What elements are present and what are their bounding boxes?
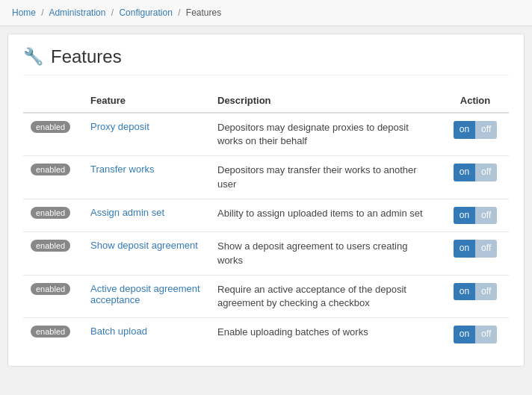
feature-cell-0: Proxy deposit bbox=[83, 113, 210, 156]
breadcrumb-current: Features bbox=[186, 7, 221, 18]
table-row: enabled Show deposit agreement Show a de… bbox=[23, 232, 509, 275]
feature-name-5: Batch upload bbox=[90, 326, 147, 337]
feature-cell-4: Active deposit agreement acceptance bbox=[83, 275, 210, 317]
breadcrumb-sep-2: / bbox=[111, 7, 114, 18]
toggle-off-button-0[interactable]: off bbox=[475, 121, 497, 139]
status-badge-3: enabled bbox=[31, 240, 70, 252]
toggle-group-4: on off bbox=[449, 283, 501, 301]
breadcrumb-sep-3: / bbox=[178, 7, 180, 18]
status-badge-4: enabled bbox=[31, 283, 70, 295]
col-header-description: Description bbox=[210, 89, 442, 113]
action-cell-2: on off bbox=[442, 199, 509, 232]
description-text-4: Require an active acceptance of the depo… bbox=[217, 284, 406, 308]
description-text-5: Enable uploading batches of works bbox=[217, 326, 368, 338]
toggle-on-button-4[interactable]: on bbox=[454, 283, 475, 301]
page-header: 🔧 Features bbox=[23, 46, 509, 75]
col-header-action: Action bbox=[442, 89, 509, 113]
action-cell-1: on off bbox=[442, 156, 509, 199]
feature-name-2: Assign admin set bbox=[90, 207, 164, 218]
description-cell-1: Depositors may transfer their works to a… bbox=[210, 156, 442, 199]
description-cell-3: Show a deposit agreement to users creati… bbox=[210, 232, 442, 275]
table-row: enabled Batch upload Enable uploading ba… bbox=[23, 318, 509, 351]
toggle-on-button-5[interactable]: on bbox=[454, 326, 475, 343]
toggle-on-button-2[interactable]: on bbox=[454, 207, 475, 225]
toggle-group-3: on off bbox=[449, 240, 501, 258]
status-cell-4: enabled bbox=[23, 275, 83, 317]
toggle-on-button-3[interactable]: on bbox=[454, 240, 475, 258]
feature-cell-3: Show deposit agreement bbox=[83, 232, 210, 275]
toggle-off-button-2[interactable]: off bbox=[475, 207, 497, 225]
feature-cell-2: Assign admin set bbox=[83, 199, 210, 232]
description-cell-5: Enable uploading batches of works bbox=[210, 318, 442, 351]
status-cell-2: enabled bbox=[23, 199, 83, 232]
description-text-0: Depositors may designate proxies to depo… bbox=[217, 122, 409, 146]
description-cell-2: Ability to assign uploaded items to an a… bbox=[210, 199, 442, 232]
status-badge-2: enabled bbox=[31, 207, 70, 219]
toggle-off-button-3[interactable]: off bbox=[475, 240, 497, 258]
feature-name-1: Transfer works bbox=[90, 164, 154, 175]
breadcrumb-sep-1: / bbox=[41, 7, 43, 18]
status-badge-5: enabled bbox=[31, 326, 70, 338]
breadcrumb: Home / Administration / Configuration / … bbox=[0, 0, 532, 26]
toggle-off-button-5[interactable]: off bbox=[475, 326, 497, 343]
status-badge-1: enabled bbox=[31, 164, 70, 175]
wrench-icon: 🔧 bbox=[23, 47, 43, 66]
table-row: enabled Assign admin set Ability to assi… bbox=[23, 199, 509, 232]
feature-name-0: Proxy deposit bbox=[90, 121, 149, 132]
toggle-off-button-4[interactable]: off bbox=[475, 283, 497, 301]
toggle-group-1: on off bbox=[449, 164, 501, 181]
feature-cell-1: Transfer works bbox=[83, 156, 210, 199]
feature-name-4: Active deposit agreement acceptance bbox=[90, 283, 200, 305]
table-row: enabled Proxy deposit Depositors may des… bbox=[23, 113, 509, 156]
table-header-row: Feature Description Action bbox=[23, 89, 509, 113]
status-cell-3: enabled bbox=[23, 232, 83, 275]
description-text-1: Depositors may transfer their works to a… bbox=[217, 164, 417, 189]
action-cell-5: on off bbox=[442, 318, 509, 351]
action-cell-3: on off bbox=[442, 232, 509, 275]
toggle-group-0: on off bbox=[449, 121, 501, 139]
feature-name-3: Show deposit agreement bbox=[90, 240, 198, 251]
breadcrumb-home[interactable]: Home bbox=[12, 7, 36, 18]
status-badge-0: enabled bbox=[31, 121, 70, 133]
toggle-on-button-0[interactable]: on bbox=[454, 121, 475, 139]
status-cell-5: enabled bbox=[23, 318, 83, 351]
toggle-on-button-1[interactable]: on bbox=[454, 164, 475, 181]
description-cell-4: Require an active acceptance of the depo… bbox=[210, 275, 442, 317]
page-title: Features bbox=[51, 46, 122, 67]
description-text-3: Show a deposit agreement to users creati… bbox=[217, 240, 407, 265]
toggle-off-button-1[interactable]: off bbox=[475, 164, 497, 181]
main-container: 🔧 Features Feature Description Action en… bbox=[7, 34, 525, 367]
table-row: enabled Transfer works Depositors may tr… bbox=[23, 156, 509, 199]
description-cell-0: Depositors may designate proxies to depo… bbox=[210, 113, 442, 156]
status-cell-0: enabled bbox=[23, 113, 83, 156]
features-table: Feature Description Action enabled Proxy… bbox=[23, 89, 509, 351]
col-header-feature: Feature bbox=[83, 89, 210, 113]
status-cell-1: enabled bbox=[23, 156, 83, 199]
toggle-group-2: on off bbox=[449, 207, 501, 225]
breadcrumb-config[interactable]: Configuration bbox=[119, 7, 172, 18]
breadcrumb-admin[interactable]: Administration bbox=[49, 7, 105, 18]
description-text-2: Ability to assign uploaded items to an a… bbox=[217, 208, 423, 219]
toggle-group-5: on off bbox=[449, 326, 501, 343]
table-row: enabled Active deposit agreement accepta… bbox=[23, 275, 509, 317]
feature-cell-5: Batch upload bbox=[83, 318, 210, 351]
action-cell-4: on off bbox=[442, 275, 509, 317]
col-header-status bbox=[23, 89, 83, 113]
action-cell-0: on off bbox=[442, 113, 509, 156]
